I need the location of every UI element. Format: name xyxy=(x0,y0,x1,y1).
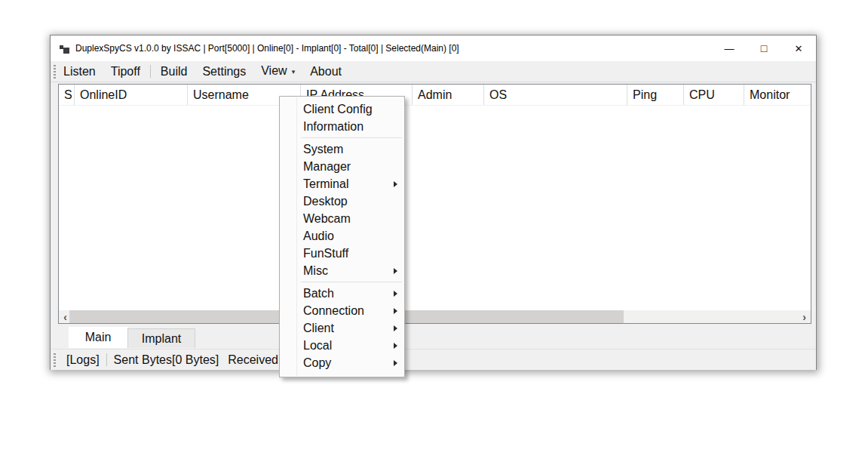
menu-item-manager[interactable]: Manager xyxy=(280,158,404,175)
menu-item-misc[interactable]: Misc xyxy=(280,262,404,279)
column-header-admin[interactable]: Admin xyxy=(413,85,484,105)
submenu-arrow-icon xyxy=(394,268,397,274)
menu-item-client-label: Client xyxy=(303,322,334,335)
menu-item-batch-label: Batch xyxy=(303,287,334,300)
statusbar-grip-handle[interactable] xyxy=(54,353,56,367)
menu-item-connection[interactable]: Connection xyxy=(280,302,404,319)
column-header-s[interactable]: S xyxy=(59,85,75,105)
chevron-down-icon: ▾ xyxy=(292,62,296,82)
status-sent-bytes: Sent Bytes[0 Bytes] xyxy=(114,353,219,367)
submenu-arrow-icon xyxy=(394,181,397,187)
column-header-cpu[interactable]: CPU xyxy=(684,85,744,105)
menu-item-batch[interactable]: Batch xyxy=(280,285,404,302)
app-window: DuplexSpyCS v1.0.0 by ISSAC | Port[5000]… xyxy=(50,35,817,370)
menubar-item-listen[interactable]: Listen xyxy=(56,61,103,82)
menu-item-misc-label: Misc xyxy=(303,264,328,278)
menu-item-system[interactable]: System xyxy=(280,140,404,158)
menu-item-terminal-label: Terminal xyxy=(303,177,348,191)
menubar-item-about[interactable]: About xyxy=(302,61,349,82)
menu-item-desktop[interactable]: Desktop xyxy=(280,193,404,210)
submenu-arrow-icon xyxy=(394,325,397,331)
context-menu: Client Config Information System Manager… xyxy=(279,96,405,377)
status-logs-label: [Logs] xyxy=(66,353,100,367)
column-header-ping[interactable]: Ping xyxy=(627,85,684,105)
menubar-item-view[interactable]: View▾ xyxy=(253,60,302,83)
close-button[interactable]: ✕ xyxy=(781,35,816,61)
menu-item-connection-label: Connection xyxy=(303,304,364,318)
app-icon xyxy=(60,44,69,54)
client-listview: S OnlineID Username IP Address Admin OS … xyxy=(58,84,811,324)
menu-separator xyxy=(301,137,402,138)
statusbar: [Logs] Sent Bytes[0 Bytes] Received By xyxy=(51,349,816,370)
submenu-arrow-icon xyxy=(394,308,397,314)
menubar-separator xyxy=(150,65,151,78)
menu-item-copy[interactable]: Copy xyxy=(280,354,404,371)
menu-item-terminal[interactable]: Terminal xyxy=(280,175,404,193)
minimize-icon: — xyxy=(725,43,735,54)
tab-implant[interactable]: Implant xyxy=(127,328,195,348)
close-icon: ✕ xyxy=(795,43,803,54)
grid-body[interactable] xyxy=(59,106,811,310)
window-controls: — □ ✕ xyxy=(712,35,816,61)
menu-item-information[interactable]: Information xyxy=(280,118,404,135)
menu-item-client[interactable]: Client xyxy=(280,319,404,337)
menu-item-audio[interactable]: Audio xyxy=(280,227,404,245)
minimize-button[interactable]: — xyxy=(712,35,747,61)
maximize-icon: □ xyxy=(761,42,767,54)
menubar-item-build[interactable]: Build xyxy=(153,61,195,82)
menubar: Listen Tipoff Build Settings View▾ About xyxy=(51,61,816,82)
menu-item-local[interactable]: Local xyxy=(280,337,404,354)
column-header-os[interactable]: OS xyxy=(484,85,627,105)
menubar-item-view-label: View xyxy=(261,64,287,77)
submenu-arrow-icon xyxy=(394,360,397,366)
menu-item-webcam[interactable]: Webcam xyxy=(280,210,404,227)
menubar-item-tipoff[interactable]: Tipoff xyxy=(103,61,148,82)
menu-separator xyxy=(301,282,402,282)
tab-main[interactable]: Main xyxy=(69,327,127,348)
menu-item-copy-label: Copy xyxy=(303,356,331,370)
statusbar-separator xyxy=(106,353,107,366)
submenu-arrow-icon xyxy=(394,291,397,297)
menubar-item-settings[interactable]: Settings xyxy=(195,61,253,82)
horizontal-scrollbar[interactable]: ‹ › xyxy=(59,310,811,323)
submenu-arrow-icon xyxy=(394,343,397,349)
window-title: DuplexSpyCS v1.0.0 by ISSAC | Port[5000]… xyxy=(75,43,459,54)
titlebar[interactable]: DuplexSpyCS v1.0.0 by ISSAC | Port[5000]… xyxy=(51,35,816,61)
desktop-background: DuplexSpyCS v1.0.0 by ISSAC | Port[5000]… xyxy=(0,0,868,459)
column-header-monitor[interactable]: Monitor xyxy=(744,85,811,105)
menu-item-funstuff[interactable]: FunStuff xyxy=(280,245,404,262)
menu-item-local-label: Local xyxy=(303,339,332,353)
maximize-button[interactable]: □ xyxy=(747,35,781,61)
scroll-right-arrow-icon[interactable]: › xyxy=(798,310,811,323)
grid-header-row: S OnlineID Username IP Address Admin OS … xyxy=(59,85,811,106)
bottom-tabstrip: Main Implant xyxy=(58,327,810,348)
column-header-onlineid[interactable]: OnlineID xyxy=(75,85,188,105)
menu-item-client-config[interactable]: Client Config xyxy=(280,100,404,118)
